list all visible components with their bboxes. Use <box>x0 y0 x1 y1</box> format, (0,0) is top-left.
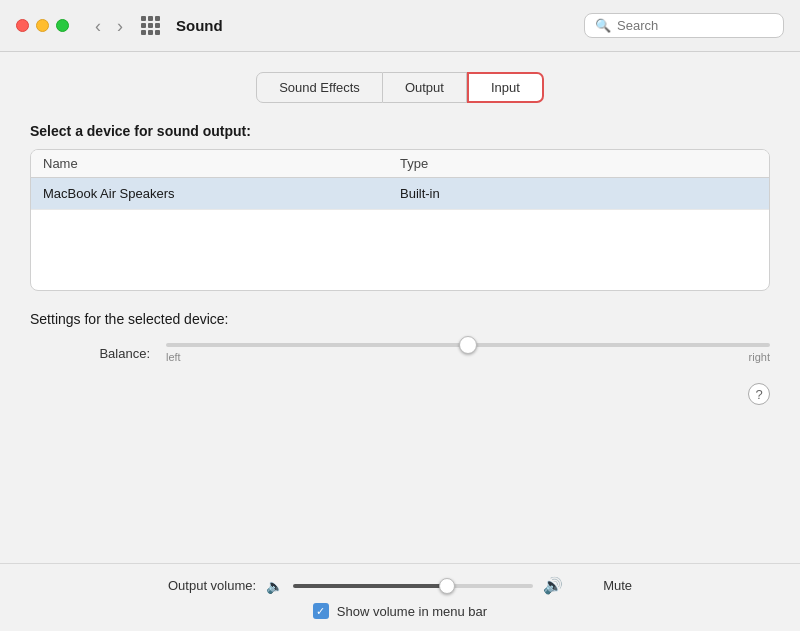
tab-output[interactable]: Output <box>383 72 467 103</box>
balance-row: Balance: left right <box>30 343 770 363</box>
traffic-lights <box>16 19 69 32</box>
balance-label: Balance: <box>70 346 150 361</box>
mute-label: Mute <box>603 578 632 593</box>
volume-low-icon: 🔈 <box>266 578 283 594</box>
forward-button[interactable]: › <box>111 15 129 37</box>
search-icon: 🔍 <box>595 18 611 33</box>
volume-label: Output volume: <box>168 578 256 593</box>
balance-slider-container: left right <box>166 343 770 363</box>
column-type-header: Type <box>400 156 757 171</box>
balance-left-label: left <box>166 351 181 363</box>
tabs: Sound Effects Output Input <box>256 72 544 103</box>
tab-sound-effects[interactable]: Sound Effects <box>256 72 383 103</box>
maximize-button[interactable] <box>56 19 69 32</box>
show-volume-row: ✓ Show volume in menu bar <box>313 603 487 619</box>
show-volume-checkbox[interactable]: ✓ <box>313 603 329 619</box>
device-name: MacBook Air Speakers <box>43 186 400 201</box>
table-row[interactable]: MacBook Air Speakers Built-in <box>31 178 769 210</box>
search-input[interactable] <box>617 18 773 33</box>
bottom-bar: Output volume: 🔈 🔊 Mute ✓ Show volume in… <box>0 563 800 631</box>
device-section-title: Select a device for sound output: <box>30 123 770 139</box>
table-header: Name Type <box>31 150 769 178</box>
column-name-header: Name <box>43 156 400 171</box>
panel: Select a device for sound output: Name T… <box>30 123 770 405</box>
help-button[interactable]: ? <box>748 383 770 405</box>
volume-high-icon: 🔊 <box>543 576 563 595</box>
tab-input[interactable]: Input <box>467 72 544 103</box>
show-volume-label: Show volume in menu bar <box>337 604 487 619</box>
nav-buttons: ‹ › <box>89 15 129 37</box>
device-type: Built-in <box>400 186 757 201</box>
app-grid-icon[interactable] <box>141 16 160 35</box>
balance-right-label: right <box>749 351 770 363</box>
table-empty-space <box>31 210 769 290</box>
minimize-button[interactable] <box>36 19 49 32</box>
close-button[interactable] <box>16 19 29 32</box>
settings-section-title: Settings for the selected device: <box>30 311 770 327</box>
window-title: Sound <box>176 17 223 34</box>
balance-slider[interactable] <box>166 343 770 347</box>
slider-labels: left right <box>166 351 770 363</box>
settings-section: Settings for the selected device: Balanc… <box>30 311 770 405</box>
main-content: Sound Effects Output Input Select a devi… <box>0 52 800 563</box>
title-bar: ‹ › Sound 🔍 <box>0 0 800 52</box>
volume-row: Output volume: 🔈 🔊 Mute <box>168 576 632 595</box>
help-button-container: ? <box>30 383 770 405</box>
search-bar[interactable]: 🔍 <box>584 13 784 38</box>
device-table: Name Type MacBook Air Speakers Built-in <box>30 149 770 291</box>
volume-slider[interactable] <box>293 584 533 588</box>
back-button[interactable]: ‹ <box>89 15 107 37</box>
